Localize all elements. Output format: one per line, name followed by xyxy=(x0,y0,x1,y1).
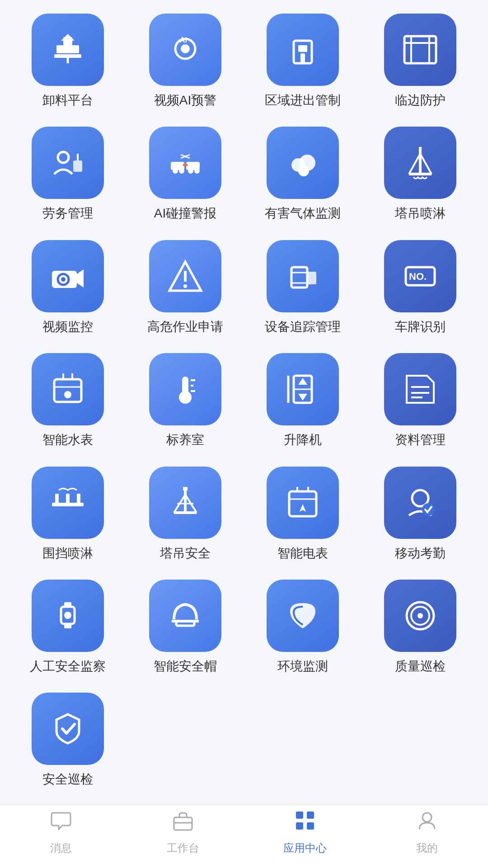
app-item-curing-room[interactable]: 标养室 xyxy=(131,353,239,448)
app-label-edge-protection: 临边防护 xyxy=(395,92,446,108)
app-item-smart-electric-meter[interactable]: 智能电表 xyxy=(249,467,357,561)
app-icon-smart-safety-helmet xyxy=(149,580,221,652)
nav-icon-mine xyxy=(416,809,438,837)
svg-rect-72 xyxy=(183,487,188,491)
app-label-video-ai-warning: 视频AI预警 xyxy=(154,92,216,108)
app-item-device-tracking[interactable]: 设备追踪管理 xyxy=(249,240,357,335)
svg-rect-16 xyxy=(73,160,82,172)
app-item-quality-inspection[interactable]: 质量巡检 xyxy=(366,580,474,675)
svg-point-20 xyxy=(179,168,184,174)
app-item-smart-safety-helmet[interactable]: 智能安全帽 xyxy=(131,580,239,675)
app-label-unload-platform: 卸料平台 xyxy=(42,92,93,108)
svg-rect-93 xyxy=(296,811,303,819)
app-icon-document-management xyxy=(384,353,456,425)
app-item-unload-platform[interactable]: 卸料平台 xyxy=(14,14,122,108)
svg-point-90 xyxy=(418,613,423,618)
svg-rect-50 xyxy=(182,377,188,395)
app-item-plate-recognition[interactable]: NO.车牌识别 xyxy=(366,240,474,335)
nav-item-app-center[interactable]: 应用中心 xyxy=(244,809,366,855)
app-item-safety-patrol[interactable]: 安全巡检 xyxy=(14,693,122,788)
app-label-video-monitor: 视频监控 xyxy=(42,319,93,335)
app-label-smart-safety-helmet: 智能安全帽 xyxy=(154,658,217,675)
app-item-edge-protection[interactable]: 临边防护 xyxy=(366,14,474,108)
svg-rect-82 xyxy=(64,624,71,628)
app-label-mobile-attendance: 移动考勤 xyxy=(395,545,446,561)
app-item-harmful-gas[interactable]: 有害气体监测 xyxy=(249,127,357,222)
svg-point-37 xyxy=(183,284,187,288)
app-icon-unload-platform xyxy=(32,14,104,86)
app-icon-smart-water-meter xyxy=(32,353,104,425)
app-label-plate-recognition: 车牌识别 xyxy=(395,319,446,335)
app-label-fence-spray: 围挡喷淋 xyxy=(42,545,93,561)
svg-marker-32 xyxy=(77,269,84,288)
nav-label-mine: 我的 xyxy=(416,841,438,855)
app-icon-area-access-control xyxy=(267,14,339,86)
app-label-safety-patrol: 安全巡检 xyxy=(42,771,93,788)
app-item-ai-collision-warning[interactable]: AI碰撞警报 xyxy=(131,127,239,222)
app-icon-tower-crane-spray xyxy=(384,127,456,199)
svg-rect-73 xyxy=(289,491,316,516)
svg-rect-9 xyxy=(298,45,307,52)
svg-rect-10 xyxy=(300,53,305,63)
app-item-smart-water-meter[interactable]: 智能水表 xyxy=(14,353,122,448)
nav-item-messages[interactable]: 消息 xyxy=(0,809,122,855)
svg-rect-41 xyxy=(307,272,316,284)
svg-marker-75 xyxy=(300,504,306,512)
svg-point-15 xyxy=(58,152,69,163)
app-icon-high-risk-apply xyxy=(149,240,221,312)
app-icon-device-tracking xyxy=(267,240,339,312)
app-item-high-risk-apply[interactable]: 高危作业申请 xyxy=(131,240,239,335)
app-label-tower-crane-spray: 塔吊喷淋 xyxy=(395,205,446,222)
bottom-nav: 消息工作台应用中心我的 xyxy=(0,805,488,868)
svg-rect-64 xyxy=(55,494,59,506)
app-item-labor-management[interactable]: 劳务管理 xyxy=(14,127,122,222)
svg-point-26 xyxy=(298,165,309,176)
app-item-fence-spray[interactable]: 围挡喷淋 xyxy=(14,467,122,561)
app-label-area-access-control: 区域进出管制 xyxy=(265,92,341,108)
app-label-labor-management: 劳务管理 xyxy=(42,205,93,222)
app-icon-env-monitor xyxy=(267,580,339,652)
app-label-smart-electric-meter: 智能电表 xyxy=(277,545,328,561)
app-item-area-access-control[interactable]: 区域进出管制 xyxy=(249,14,357,108)
app-label-env-monitor: 环境监测 xyxy=(277,658,328,675)
app-label-quality-inspection: 质量巡检 xyxy=(395,658,446,675)
app-icon-curing-room xyxy=(149,353,221,425)
app-label-smart-water-meter: 智能水表 xyxy=(42,432,93,448)
app-icon-safety-patrol xyxy=(32,693,104,765)
app-label-high-risk-apply: 高危作业申请 xyxy=(147,319,223,335)
app-icon-smart-electric-meter xyxy=(267,467,339,539)
app-item-mobile-attendance[interactable]: 移动考勤 xyxy=(366,467,474,561)
nav-item-mine[interactable]: 我的 xyxy=(366,809,488,855)
nav-icon-messages xyxy=(50,809,72,837)
app-icon-ai-collision-warning xyxy=(149,127,221,199)
app-label-device-tracking: 设备追踪管理 xyxy=(265,319,341,335)
app-item-document-management[interactable]: 资料管理 xyxy=(366,353,474,448)
svg-point-19 xyxy=(173,168,178,174)
app-icon-video-ai-warning: AI xyxy=(149,14,221,86)
svg-rect-38 xyxy=(291,267,307,288)
app-icon-tower-crane-safety xyxy=(149,467,221,539)
nav-label-workbench: 工作台 xyxy=(167,841,199,855)
app-label-document-management: 资料管理 xyxy=(395,432,446,448)
app-icon-labor-management xyxy=(32,127,104,199)
app-item-manual-safety-monitor[interactable]: 人工安全监察 xyxy=(14,580,122,675)
svg-text:NO.: NO. xyxy=(409,271,427,282)
svg-rect-0 xyxy=(54,54,81,58)
nav-item-workbench[interactable]: 工作台 xyxy=(122,809,244,855)
app-item-video-ai-warning[interactable]: AI视频AI预警 xyxy=(131,14,239,108)
app-label-tower-crane-safety: 塔吊安全 xyxy=(160,545,211,561)
app-item-env-monitor[interactable]: 环境监测 xyxy=(249,580,357,675)
app-item-video-monitor[interactable]: 视频监控 xyxy=(14,240,122,335)
svg-rect-66 xyxy=(77,494,80,506)
svg-marker-57 xyxy=(298,394,307,401)
svg-marker-4 xyxy=(61,34,75,41)
app-label-elevator: 升降机 xyxy=(284,432,322,448)
svg-point-34 xyxy=(61,277,66,282)
app-item-tower-crane-safety[interactable]: 塔吊安全 xyxy=(131,467,239,561)
app-icon-quality-inspection xyxy=(384,580,456,652)
app-item-tower-crane-spray[interactable]: 塔吊喷淋 xyxy=(366,127,474,222)
app-item-elevator[interactable]: 升降机 xyxy=(249,353,357,448)
svg-point-79 xyxy=(422,503,435,516)
svg-rect-95 xyxy=(296,822,303,830)
svg-rect-94 xyxy=(307,811,314,819)
